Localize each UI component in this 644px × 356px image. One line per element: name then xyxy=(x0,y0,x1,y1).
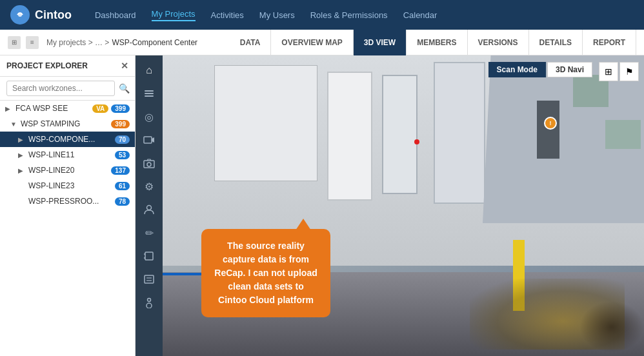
tree-arrow: ▶ xyxy=(18,136,26,143)
circle-icon-btn[interactable]: ◎ xyxy=(138,106,160,128)
svg-rect-2 xyxy=(145,90,154,92)
tree-label: WSP STAMPING xyxy=(21,119,108,128)
view-controls: Scan Mode 3D Navi xyxy=(488,62,592,77)
video-icon-btn[interactable] xyxy=(138,129,160,151)
tree-arrow: ▶ xyxy=(18,167,26,174)
tab-overview-map[interactable]: OVERVIEW MAP xyxy=(271,30,353,55)
nav-my-users[interactable]: My Users xyxy=(259,10,295,20)
svg-rect-3 xyxy=(145,93,154,94)
app-title: Cintoo xyxy=(35,8,72,22)
nav-my-projects[interactable]: My Projects xyxy=(152,9,196,21)
svg-point-16 xyxy=(148,299,151,302)
search-icon[interactable]: 🔍 xyxy=(119,83,130,94)
tree-arrow: ▶ xyxy=(5,105,13,112)
gear-icon-btn[interactable]: ⚙ xyxy=(138,175,160,197)
svg-rect-13 xyxy=(145,275,154,283)
camera-icon-btn[interactable] xyxy=(138,152,160,174)
tree-item-wsp-pressroo[interactable]: ▶ WSP-PRESSROO... 78 xyxy=(0,193,135,209)
scan-mode-button[interactable]: Scan Mode xyxy=(488,62,546,77)
tab-report[interactable]: REPORT xyxy=(583,30,636,55)
icon-panel: ⌂ ◎ ⚙ xyxy=(136,55,163,356)
callout-tooltip: The source reality capture data is from … xyxy=(201,229,330,317)
flag-button[interactable]: ⚑ xyxy=(619,62,639,81)
search-input[interactable] xyxy=(6,81,115,96)
grid-view-button[interactable]: ⊞ xyxy=(599,62,618,81)
tree-label: WSP-COMPONE... xyxy=(28,135,112,144)
badge-count: 61 xyxy=(115,182,130,190)
tab-3d-view[interactable]: 3D VIEW xyxy=(354,30,407,55)
layers-icon-btn[interactable] xyxy=(138,83,160,104)
breadcrumb-path-text: My projects > … > xyxy=(46,38,109,47)
door-frame-right xyxy=(434,62,485,204)
close-sidebar-button[interactable]: ✕ xyxy=(121,61,128,71)
svg-rect-4 xyxy=(145,95,154,97)
tree-label: FCA WSP SEE xyxy=(15,104,90,113)
svg-rect-10 xyxy=(145,252,153,260)
breadcrumb-current: WSP-Component Center xyxy=(112,38,197,47)
sidebar: PROJECT EXPLORER ✕ 🔍 ▶ FCA WSP SEE VA 39… xyxy=(0,55,136,356)
svg-point-1 xyxy=(18,13,22,17)
dark-pillar xyxy=(537,101,559,159)
tree-container: ▶ FCA WSP SEE VA 399 ▼ WSP STAMPING 399 … xyxy=(0,101,135,356)
breadcrumb-bar: ⊞ ≡ My projects > … > WSP-Component Cent… xyxy=(0,30,644,55)
nav-activities[interactable]: Activities xyxy=(211,10,244,20)
crop-icon-btn[interactable] xyxy=(138,245,160,267)
top-nav: Cintoo Dashboard My Projects Activities … xyxy=(0,0,644,30)
tab-versions[interactable]: VERSIONS xyxy=(468,30,529,55)
logo-icon xyxy=(10,5,30,25)
view-3d[interactable]: 3 ! Scan Mode 3D Navi ⊞ xyxy=(163,55,644,356)
sidebar-header: PROJECT EXPLORER ✕ xyxy=(0,55,135,77)
tab-data[interactable]: DATA xyxy=(230,30,272,55)
tab-members[interactable]: MEMBERS xyxy=(407,30,467,55)
svg-point-8 xyxy=(147,163,151,166)
svg-point-9 xyxy=(147,206,152,210)
tree-item-wsp-stamping[interactable]: ▼ WSP STAMPING 399 xyxy=(0,116,135,132)
teal-rect-2 xyxy=(605,120,641,149)
tree-label: WSP-LINE11 xyxy=(28,150,112,159)
panel-left xyxy=(214,65,317,181)
nav-dashboard[interactable]: Dashboard xyxy=(95,10,136,20)
search-box: 🔍 xyxy=(0,77,135,101)
badge-count: 78 xyxy=(115,197,130,206)
tree-item-wsp-compone[interactable]: ▶ WSP-COMPONE... 70 xyxy=(0,132,135,147)
menu-icon[interactable]: ≡ xyxy=(26,36,39,49)
person-icon-btn[interactable] xyxy=(138,292,160,313)
badge-va: VA xyxy=(92,104,108,113)
tree-item-wsp-line11[interactable]: ▶ WSP-LINE11 53 xyxy=(0,147,135,163)
list-icon-btn[interactable] xyxy=(138,268,160,290)
tab-bar: DATA OVERVIEW MAP 3D VIEW MEMBERS VERSIO… xyxy=(230,30,636,55)
grid-icon[interactable]: ⊞ xyxy=(8,36,21,49)
tree-label: WSP-PRESSROO... xyxy=(28,197,112,206)
user-icon-btn[interactable] xyxy=(138,199,160,221)
svg-rect-5 xyxy=(144,137,152,143)
badge-count: 399 xyxy=(111,104,130,113)
logo-area: Cintoo xyxy=(10,5,72,25)
breadcrumb-icons: ⊞ ≡ xyxy=(8,36,39,49)
door-frame-left xyxy=(327,72,372,201)
nav-calendar[interactable]: Calendar xyxy=(403,10,438,20)
callout-text: The source reality capture data is from … xyxy=(214,241,317,305)
home-icon-btn[interactable]: ⌂ xyxy=(138,59,160,81)
annotation-marker-orange: ! xyxy=(544,117,557,130)
pencil-icon-btn[interactable]: ✏ xyxy=(138,222,160,244)
nav-roles-permissions[interactable]: Roles & Permissions xyxy=(310,10,388,20)
annotation-dot-red xyxy=(414,139,419,144)
badge-count: 137 xyxy=(111,166,130,175)
breadcrumb: My projects > … > WSP-Component Center xyxy=(46,38,230,47)
badge-count: 399 xyxy=(111,120,130,128)
tree-arrow: ▶ xyxy=(18,152,26,159)
tree-item-fca-wsp-see[interactable]: ▶ FCA WSP SEE VA 399 xyxy=(0,101,135,116)
tree-arrow: ▼ xyxy=(10,121,18,128)
door-inner xyxy=(382,75,418,194)
dark-scatter xyxy=(579,301,644,353)
tree-item-wsp-line20[interactable]: ▶ WSP-LINE20 137 xyxy=(0,163,135,178)
tree-label: WSP-LINE23 xyxy=(28,181,112,190)
tab-details[interactable]: DETAILS xyxy=(529,30,583,55)
tree-item-wsp-line23[interactable]: ▶ WSP-LINE23 61 xyxy=(0,178,135,193)
navi-3d-button[interactable]: 3D Navi xyxy=(547,62,592,77)
badge-count: 53 xyxy=(115,151,130,159)
main-layout: PROJECT EXPLORER ✕ 🔍 ▶ FCA WSP SEE VA 39… xyxy=(0,55,644,356)
tree-label: WSP-LINE20 xyxy=(28,166,108,175)
sidebar-title: PROJECT EXPLORER xyxy=(6,61,88,70)
svg-point-17 xyxy=(146,303,152,308)
